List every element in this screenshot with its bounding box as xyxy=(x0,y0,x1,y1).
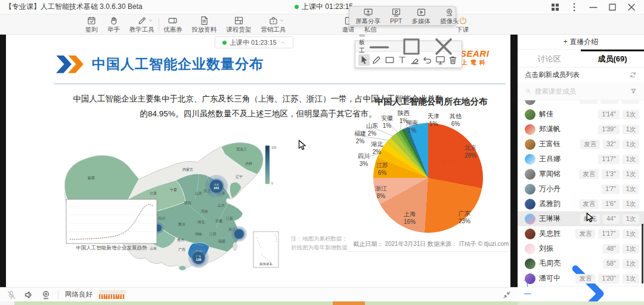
badge: 1次 xyxy=(623,184,639,194)
session-pill[interactable]: 上课中 01:23:15 xyxy=(215,36,293,48)
svg-text:中国人工智能新增企业发展趋势: 中国人工智能新增企业发展趋势 xyxy=(76,245,148,251)
member-name: 万小丹 xyxy=(539,184,561,194)
badge: 48" xyxy=(603,244,619,254)
toolbar-shelf-button[interactable]: 课程货架 xyxy=(222,15,256,33)
whiteboard-tool[interactable] xyxy=(435,54,446,66)
main-toolbar: 屏幕分享PPT多媒体摄像头签到举手教学工具优惠券投放资料课程货架营销工具邀请私信… xyxy=(0,14,644,35)
toolbar-screen-share-button[interactable]: 屏幕分享 xyxy=(351,7,385,25)
status-dot-icon xyxy=(295,5,299,9)
toolbar-camera-button[interactable]: 摄像头 xyxy=(436,7,463,25)
more-menu-icon[interactable] xyxy=(566,1,582,13)
rectangle-tool[interactable] xyxy=(384,54,395,66)
refresh-members-button[interactable]: 点击刷新成员列表 xyxy=(518,67,644,82)
member-row[interactable]: 王琳琳献花44"1次 xyxy=(518,211,644,226)
toolbar-market-button[interactable]: 营销工具 xyxy=(257,15,290,33)
tab-discussion[interactable]: 讨论区 xyxy=(518,50,581,67)
avatar xyxy=(525,109,535,120)
badge: 1次 xyxy=(623,140,639,149)
search-icon xyxy=(525,87,531,95)
member-name: 郑潇帆 xyxy=(539,124,561,134)
nanhai-inset: 南海诸岛 xyxy=(253,232,278,267)
window-minimize-button[interactable] xyxy=(586,1,601,13)
microphone-muted-icon[interactable] xyxy=(6,289,17,300)
toolbar-ppt-button[interactable]: PPT xyxy=(386,7,406,25)
ppt-icon xyxy=(391,7,401,17)
badge: 1次 xyxy=(623,214,639,224)
window-close-button[interactable] xyxy=(624,1,639,13)
member-row[interactable]: 潘可中发言1'20"1次 xyxy=(518,271,644,286)
live-intro-button[interactable]: + 直播介绍 xyxy=(518,35,644,50)
tab-members[interactable]: 成员(69) xyxy=(581,50,644,67)
pie-label: 浙江8% xyxy=(369,184,394,200)
member-row[interactable]: 郑潇帆1'39"1次 xyxy=(518,122,644,137)
member-name: 解佳 xyxy=(539,109,553,119)
class-status-text: 上课中 01:23:15 xyxy=(302,2,353,12)
member-row[interactable]: 解佳1'14"1次 xyxy=(518,107,644,122)
badge: 1'17" xyxy=(598,155,619,164)
logo-subtext: 上電科 xyxy=(460,60,489,66)
window-maximize-button[interactable] xyxy=(605,1,620,13)
hand-icon xyxy=(109,16,119,26)
member-row[interactable]: 覃闻铭发言1'3"1次 xyxy=(518,167,644,181)
select-tool[interactable] xyxy=(358,54,370,66)
webcam-icon[interactable] xyxy=(41,289,51,300)
text-tool[interactable] xyxy=(397,54,408,66)
member-row[interactable]: 孟雅韵发言1'6"1次 xyxy=(518,196,644,211)
map-province-label: 辽宁 xyxy=(236,174,243,178)
stage-right-gutter xyxy=(510,35,518,287)
map-province-label: 河南 xyxy=(201,210,208,213)
chart-bottom-border xyxy=(347,251,510,252)
map-province-label: 四川 xyxy=(158,217,165,221)
next-page-button[interactable]: 下一页 xyxy=(518,286,644,301)
member-row[interactable]: 吴忠胜发言1'17"1次 xyxy=(518,226,644,241)
member-row[interactable]: 王吕娜1'17"1次 xyxy=(518,152,644,167)
avatar xyxy=(525,154,535,165)
toolbar-coupon-button[interactable]: 优惠券 xyxy=(159,15,187,33)
layout-grid-icon[interactable] xyxy=(547,1,563,13)
member-row[interactable] xyxy=(518,100,644,107)
market-icon xyxy=(268,16,278,26)
badge: 1次 xyxy=(623,199,639,209)
inset-line-chart: 中国人工智能新增企业发展趋势 xyxy=(66,199,157,251)
presenter-cursor-icon xyxy=(298,140,307,150)
checkin-icon xyxy=(86,16,97,26)
speaker-icon[interactable] xyxy=(23,289,34,300)
map-province-label: 内蒙古 xyxy=(182,168,193,172)
toolbar-media-button[interactable]: 多媒体 xyxy=(407,7,435,25)
avatar xyxy=(525,169,535,180)
toolbar-doc-button[interactable]: 投放资料 xyxy=(188,15,221,33)
delete-tool[interactable] xyxy=(447,54,459,66)
toolbar-teach-button[interactable]: 教学工具 xyxy=(125,15,159,33)
filter-funnel-icon[interactable] xyxy=(630,87,637,95)
eraser-tool[interactable] xyxy=(409,54,420,66)
collapse-icon[interactable] xyxy=(502,290,512,300)
member-row[interactable]: 毛周亮58"1次 xyxy=(518,256,644,271)
map-province-label: 湖南 xyxy=(195,232,202,236)
member-search-bar xyxy=(518,82,644,100)
member-row[interactable]: 王富钰发言32"1次 xyxy=(518,137,644,152)
drawing-panel-titlebar[interactable]: 画板工具 xyxy=(355,41,462,52)
toolbar-checkin-button[interactable]: 签到 xyxy=(81,15,102,33)
svg-text:100: 100 xyxy=(271,146,277,149)
member-name: 刘振 xyxy=(539,244,553,254)
map-note: 注：地图为累积数据； 折线图为每年新增数据 xyxy=(291,235,348,252)
camera-icon xyxy=(444,7,454,17)
badge xyxy=(600,100,618,104)
pie-chart-footer: 截止日期： 2021年3月31日 数据来源： IT桔子 © itjuzi.com xyxy=(346,240,510,248)
toolbar-hand-button[interactable]: 举手 xyxy=(103,15,124,33)
badge xyxy=(580,100,597,104)
svg-text:南海诸岛: 南海诸岛 xyxy=(259,262,273,266)
logo-text: SEARI xyxy=(460,49,489,58)
chevron-up-icon[interactable] xyxy=(280,39,286,45)
member-row[interactable]: 万小丹1'7"1次 xyxy=(518,181,644,196)
member-list-scrollbar[interactable] xyxy=(642,224,643,284)
badge: 1'20" xyxy=(598,274,619,284)
pen-tool[interactable] xyxy=(371,54,382,66)
undo-tool[interactable] xyxy=(422,54,433,66)
refresh-icon[interactable] xyxy=(629,71,637,79)
member-row[interactable]: 刘振48"1次 xyxy=(518,241,644,256)
badge: 1次 xyxy=(623,274,639,284)
map-province-label: 湖北 xyxy=(197,220,205,224)
badge: 发言 xyxy=(580,140,600,149)
member-search-input[interactable] xyxy=(535,88,627,95)
